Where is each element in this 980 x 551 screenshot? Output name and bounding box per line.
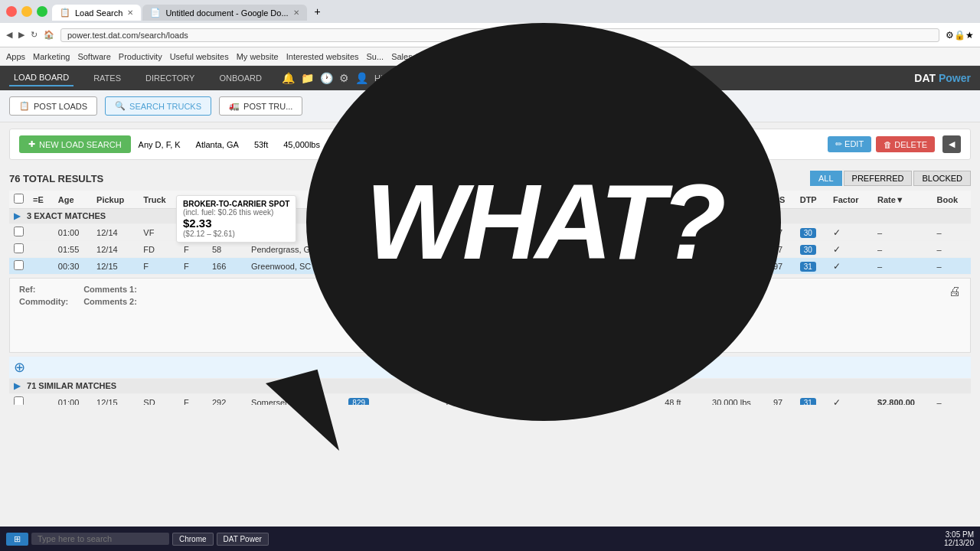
collapse-panel-button[interactable]: ◀ — [942, 135, 961, 153]
useful-websites-bookmark[interactable]: Useful websites — [170, 52, 229, 61]
nav-load-board[interactable]: LOAD BOARD — [9, 70, 74, 86]
new-tab-btn[interactable]: + — [309, 2, 327, 21]
post-trucks-button[interactable]: 🚛 POST TRU... — [219, 96, 302, 116]
filter-preferred-tab[interactable]: PREFERRED — [844, 171, 913, 186]
row-checkbox[interactable] — [14, 227, 24, 236]
maximize-btn[interactable] — [37, 6, 47, 17]
col-pickup[interactable]: Pickup — [92, 191, 139, 209]
nav-directory[interactable]: DIRECTORY — [141, 70, 199, 86]
productivity-bookmark[interactable]: Productivity — [119, 52, 162, 61]
search-trucks-button[interactable]: 🔍 SEARCH TRUCKS — [105, 96, 211, 116]
broker-rate-inline: $2.33 — [183, 217, 289, 230]
user-label[interactable]: Hi trainpower01 ▾ — [374, 73, 440, 83]
results-table-wrapper[interactable]: =E Age Pickup Truck F/P DH-O Length Weig… — [9, 191, 971, 405]
home-btn[interactable]: 🏠 — [44, 30, 54, 40]
dtp-badge[interactable]: 30 — [800, 228, 816, 238]
tab-close-icon2[interactable]: ✕ — [293, 8, 299, 17]
col-cs[interactable]: CS — [769, 191, 795, 209]
settings-icon[interactable]: ⚙ — [339, 72, 349, 84]
ref-cell — [539, 258, 569, 275]
notification-icon[interactable]: 🔔 — [282, 72, 295, 84]
back-btn[interactable]: ◀ — [6, 30, 12, 40]
row-checkbox[interactable] — [14, 243, 24, 253]
nav-rates[interactable]: RATES — [89, 70, 126, 86]
filter-all-tab[interactable]: ALL — [810, 171, 842, 186]
folder-icon[interactable]: 📁 — [301, 72, 314, 84]
software-bookmark[interactable]: Software — [77, 52, 110, 61]
dtp-badge[interactable]: 31 — [800, 262, 816, 272]
filter-blocked-tab[interactable]: BLOCKED — [913, 171, 971, 186]
taskbar-dat-app[interactable]: DAT Power — [217, 533, 269, 546]
tab-load-search[interactable]: 📋 Load Search ✕ — [52, 5, 141, 21]
col-truck[interactable]: Truck — [139, 191, 179, 209]
factor-check: ✓ — [833, 397, 841, 406]
reports-link[interactable]: Reports — [549, 332, 576, 341]
address-bar[interactable]: power.test.dat.com/search/loads — [60, 28, 939, 42]
refresh-btn[interactable]: ↻ — [31, 30, 38, 40]
taskbar-chrome-app[interactable]: Chrome — [172, 533, 214, 546]
dtp-badge[interactable]: 30 — [800, 245, 816, 255]
equals-cell — [28, 224, 54, 241]
col-phone — [344, 191, 441, 209]
col-rate[interactable]: Rate▼ — [873, 191, 933, 209]
new-load-search-button[interactable]: ✚ NEW LOAD SEARCH — [19, 135, 131, 153]
docket-area: Docket: MC#178439 TIA — [416, 305, 531, 327]
origin-cell[interactable]: Greenwood, SC — [247, 258, 344, 275]
my-website-bookmark[interactable]: My website — [237, 52, 279, 61]
origin-cell[interactable]: Pendergrass, G... — [247, 241, 344, 258]
ref-badge[interactable]: 829 — [348, 398, 369, 406]
nav-onboard[interactable]: ONBOARD — [214, 70, 266, 86]
search-trucks-icon: 🔍 — [115, 101, 126, 111]
book-cell: – — [933, 258, 971, 275]
col-factor[interactable]: Factor — [828, 191, 873, 209]
rate-cell: $2,800.00 — [873, 394, 933, 406]
row-checkbox[interactable] — [14, 260, 24, 270]
truck-type: Any D, F, K — [139, 140, 181, 149]
edit-button[interactable]: ✏ EDIT — [828, 136, 871, 152]
phone-cell: (346) 800-1808 — [442, 258, 539, 275]
start-button[interactable]: ⊞ — [6, 533, 28, 546]
dho-cell: 166 — [207, 258, 247, 275]
similar-matches-header: ▶ 71 SIMILAR MATCHES — [9, 379, 971, 394]
row-checkbox[interactable] — [14, 396, 24, 405]
docket-value[interactable]: MC#178439 — [449, 312, 495, 321]
delete-button[interactable]: 🗑 DELETE — [876, 136, 935, 152]
cs-cell: 97 — [769, 394, 795, 406]
dtp-badge[interactable]: 31 — [800, 398, 816, 406]
carrier-cell[interactable]: Tri Ranger — [344, 258, 441, 275]
origin-cell[interactable]: Somerset, KY — [247, 394, 344, 406]
col-length[interactable]: Length — [660, 191, 707, 209]
post-loads-button[interactable]: 📋 POST LOADS — [9, 96, 97, 116]
close-btn[interactable] — [6, 6, 17, 17]
col-dtp[interactable]: DTP — [795, 191, 828, 209]
taskbar-search-input[interactable] — [31, 533, 169, 545]
carrier-cell[interactable]: Landstar Ligon — [569, 394, 661, 406]
select-all-checkbox[interactable] — [14, 194, 24, 204]
tab-google-doc[interactable]: 📄 Untitled document - Google Do... ✕ — [142, 5, 306, 21]
clock-icon[interactable]: 🕐 — [320, 72, 333, 84]
su-bookmark[interactable]: Su... — [367, 52, 384, 61]
tab-label2: Untitled document - Google Do... — [165, 8, 288, 18]
sales-copy-bookmark[interactable]: Sales Copy — [391, 52, 434, 61]
add-icon[interactable]: ⊕ — [14, 360, 25, 375]
apps-bookmark[interactable]: Apps — [6, 52, 25, 61]
interested-websites-bookmark[interactable]: Interested websites — [286, 52, 359, 61]
weight-cell: 30,000 lbs — [707, 394, 769, 406]
marketing-bookmark[interactable]: Marketing — [33, 52, 70, 61]
factor-check: ✓ — [833, 244, 841, 255]
minimize-btn[interactable] — [21, 6, 32, 17]
search-row: ✚ NEW LOAD SEARCH Any D, F, K Atlanta, G… — [19, 135, 961, 153]
taskbar-time: 3:05 PM — [944, 530, 974, 539]
companies-link[interactable]: Companies — [582, 332, 621, 341]
broker-detail-rate: $2.33 — [549, 308, 666, 324]
col-weight[interactable]: Weight — [707, 191, 769, 209]
detail-panel: Ref: Commodity: Comments 1: — [9, 278, 971, 353]
forward-btn[interactable]: ▶ — [18, 30, 24, 40]
windows-icon: ⊞ — [14, 534, 21, 544]
col-age[interactable]: Age — [54, 191, 92, 209]
col-ref — [539, 191, 569, 209]
tab-close-icon[interactable]: ✕ — [127, 8, 133, 17]
similar-matches-label: 71 SIMILAR MATCHES — [27, 381, 116, 390]
print-icon[interactable]: 🖨 — [949, 285, 961, 298]
person-icon[interactable]: 👤 — [355, 72, 368, 84]
